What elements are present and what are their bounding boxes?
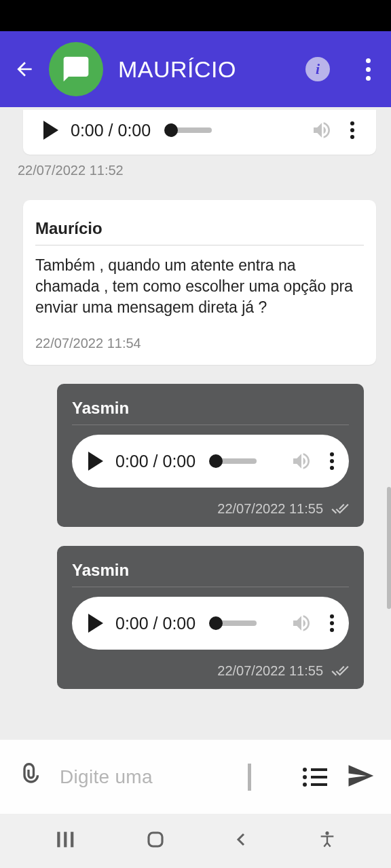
audio-more-button[interactable] bbox=[329, 614, 335, 632]
svg-rect-0 bbox=[57, 832, 60, 848]
svg-rect-1 bbox=[64, 832, 67, 848]
audio-more-button[interactable] bbox=[349, 121, 356, 139]
message-timestamp: 22/07/2022 11:55 bbox=[217, 501, 323, 517]
message-incoming-audio: 0:00 / 0:00 bbox=[23, 110, 376, 155]
message-input-bar: Digite uma bbox=[0, 739, 391, 814]
sender-name: Yasmin bbox=[72, 393, 349, 425]
audio-player[interactable]: 0:00 / 0:00 bbox=[72, 597, 349, 650]
play-icon[interactable] bbox=[88, 614, 103, 633]
divider bbox=[72, 587, 349, 587]
scrollbar[interactable] bbox=[387, 487, 391, 609]
android-nav-bar bbox=[0, 814, 391, 868]
audio-time: 0:00 / 0:00 bbox=[115, 452, 196, 471]
volume-icon[interactable] bbox=[291, 612, 312, 634]
audio-track[interactable] bbox=[212, 458, 257, 464]
input-placeholder: Digite uma bbox=[60, 766, 153, 788]
volume-icon[interactable] bbox=[311, 119, 333, 141]
message-input[interactable]: Digite uma bbox=[60, 764, 284, 791]
message-incoming-text: Maurício Também , quando um atente entra… bbox=[23, 200, 376, 365]
nav-back[interactable] bbox=[234, 829, 250, 852]
send-icon bbox=[346, 762, 375, 790]
send-button[interactable] bbox=[346, 762, 375, 793]
message-outgoing-audio: Yasmin 0:00 / 0:00 22/07/2022 11:55 bbox=[57, 384, 364, 527]
audio-player[interactable]: 0:00 / 0:00 bbox=[72, 435, 349, 488]
play-icon[interactable] bbox=[88, 452, 103, 471]
divider bbox=[72, 425, 349, 425]
nav-recents[interactable] bbox=[54, 829, 77, 852]
read-receipt-icon bbox=[331, 662, 349, 679]
audio-track[interactable] bbox=[167, 127, 212, 133]
audio-time: 0:00 / 0:00 bbox=[71, 121, 151, 140]
back-button[interactable] bbox=[12, 57, 37, 81]
nav-accessibility[interactable] bbox=[318, 829, 337, 852]
sender-name: Yasmin bbox=[72, 555, 349, 587]
info-button[interactable]: i bbox=[305, 57, 330, 81]
message-timestamp: 22/07/2022 11:55 bbox=[217, 663, 323, 679]
message-timestamp: 22/07/2022 11:54 bbox=[35, 328, 364, 361]
read-receipt-icon bbox=[331, 500, 349, 517]
audio-knob[interactable] bbox=[209, 616, 223, 630]
quick-replies-button[interactable] bbox=[303, 768, 327, 787]
nav-home[interactable] bbox=[145, 829, 166, 852]
svg-rect-3 bbox=[149, 833, 162, 846]
message-body: Também , quando um atente entra na chama… bbox=[35, 255, 364, 328]
play-icon[interactable] bbox=[43, 121, 58, 140]
contact-avatar[interactable] bbox=[49, 42, 103, 96]
svg-point-4 bbox=[325, 831, 329, 835]
audio-knob[interactable] bbox=[209, 454, 223, 468]
text-cursor bbox=[248, 764, 251, 791]
chat-header: MAURÍCIO i bbox=[0, 31, 391, 107]
chat-scroll-area[interactable]: 0:00 / 0:00 22/07/2022 11:52 Maurício Ta… bbox=[0, 107, 391, 739]
paperclip-icon bbox=[16, 762, 41, 789]
message-outgoing-audio: Yasmin 0:00 / 0:00 22/07/2022 11:55 bbox=[57, 546, 364, 689]
status-bar bbox=[0, 0, 391, 31]
contact-title: MAURÍCIO bbox=[118, 56, 291, 83]
audio-track[interactable] bbox=[212, 620, 257, 626]
arrow-left-icon bbox=[14, 58, 35, 80]
header-more-button[interactable] bbox=[357, 58, 379, 81]
chat-bubble-icon bbox=[61, 54, 91, 84]
attach-button[interactable] bbox=[16, 762, 41, 792]
message-timestamp: 22/07/2022 11:52 bbox=[0, 155, 391, 188]
audio-knob[interactable] bbox=[164, 123, 178, 137]
audio-more-button[interactable] bbox=[329, 452, 335, 470]
audio-time: 0:00 / 0:00 bbox=[115, 614, 196, 633]
sender-name: Maurício bbox=[35, 210, 364, 245]
audio-player[interactable]: 0:00 / 0:00 bbox=[35, 110, 364, 151]
volume-icon[interactable] bbox=[291, 450, 312, 472]
divider bbox=[35, 245, 364, 245]
svg-rect-2 bbox=[71, 832, 73, 848]
